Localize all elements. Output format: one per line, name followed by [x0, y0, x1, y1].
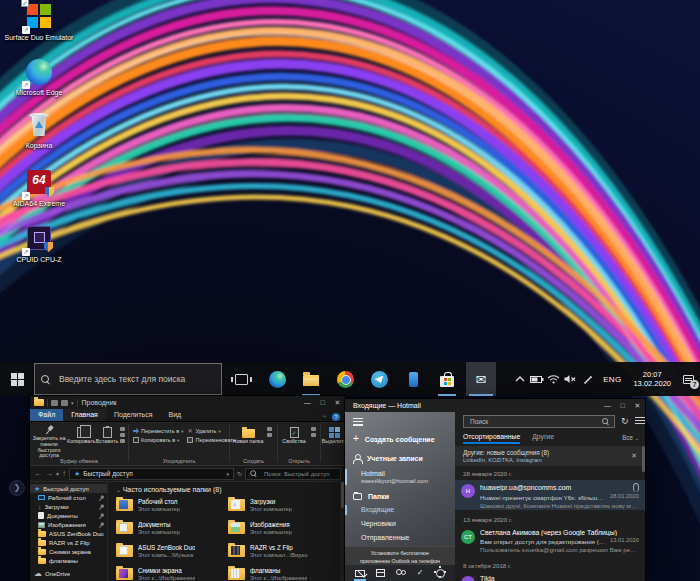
folder-tile[interactable]: ASUS ZenBook DuoЭтот компь...\Музыка [116, 542, 228, 564]
folder-drafts[interactable]: Черновики [345, 517, 455, 531]
wifi-icon[interactable] [545, 362, 562, 396]
desktop-icon-cpu-z[interactable]: ↗ CPUID CPU-Z [4, 224, 74, 264]
move-to-button[interactable]: Переместить в▾ [133, 428, 183, 434]
mail-search-input[interactable] [468, 417, 601, 426]
hamburger-menu-icon[interactable] [353, 418, 363, 426]
message-row[interactable]: СТ Светлана Акимова (через Google Таблиц… [455, 526, 645, 556]
minimize-button[interactable]: — [300, 396, 315, 409]
paste-button[interactable]: Вставить [96, 424, 119, 458]
new-item-mini-buttons[interactable] [265, 424, 274, 458]
start-button[interactable] [0, 362, 34, 396]
folders-header[interactable]: Папки [345, 493, 455, 500]
desktop-icon-aida64[interactable]: 64 ↗ AIDA64 Extreme [4, 168, 74, 208]
close-button[interactable]: ✕ [330, 396, 345, 409]
collapse-ribbon-icon[interactable]: ⌃ [322, 414, 327, 421]
folder-tile[interactable]: ДокументыЭтот компьютер [116, 519, 228, 541]
search-input[interactable] [57, 373, 215, 385]
tab-view[interactable]: Вид [161, 408, 190, 421]
up-button[interactable]: ↑ [62, 470, 66, 478]
desktop-icon-microsoft-edge[interactable]: ↗ Microsoft Edge [4, 58, 74, 97]
folder-tile[interactable]: RAZR vs Z FlipЭтот компьют...\Видео [228, 542, 340, 564]
forward-button[interactable]: → [45, 470, 53, 478]
copy-to-button[interactable]: Копировать в▾ [133, 437, 183, 443]
maximize-button[interactable]: □ [615, 399, 630, 412]
close-icon[interactable]: ✕ [631, 452, 637, 460]
sidebar-item-desktop[interactable]: Рабочий стол [30, 493, 107, 502]
sidebar-item-documents[interactable]: Документы [30, 511, 107, 520]
maximize-button[interactable]: □ [315, 396, 330, 409]
message-row[interactable]: H huaweipr.ua@spncomms.com Huawei презен… [455, 480, 645, 510]
folder-tile[interactable]: Рабочий столЭтот компьютер [116, 496, 228, 518]
rename-button[interactable]: Переименовать [187, 437, 235, 443]
qat-icon[interactable] [61, 400, 68, 406]
sidebar-item-pictures[interactable]: Изображения [30, 520, 107, 529]
sidebar-item-quick-access[interactable]: ★Быстрый доступ [30, 484, 107, 493]
taskbar-edge-button[interactable] [262, 362, 292, 396]
clipboard-mini-buttons[interactable] [118, 424, 127, 458]
select-button[interactable]: Выделить [322, 424, 346, 458]
refresh-button[interactable]: ↻ [237, 471, 242, 477]
taskbar-search[interactable] [34, 363, 222, 395]
folder-tile[interactable]: ИзображенияЭтот компьютер [228, 519, 340, 541]
mail-search[interactable] [463, 415, 615, 428]
action-center-button[interactable]: 7 [676, 362, 700, 396]
battery-icon[interactable] [528, 362, 545, 396]
other-messages-banner[interactable]: Другие: новые сообщения (8) LinkedIn, KO… [455, 446, 645, 466]
copy-button[interactable]: Копировать [67, 424, 96, 458]
new-folder-button[interactable]: Новая папка [231, 424, 265, 458]
explorer-search[interactable] [245, 468, 341, 480]
chevron-down-icon[interactable]: ▾ [71, 400, 74, 406]
calendar-nav-button[interactable] [373, 565, 387, 581]
language-indicator[interactable]: ENG [596, 375, 628, 384]
outlook-promo-banner[interactable]: Установите бесплатное приложение Outlook… [345, 546, 455, 565]
message-row[interactable]: T Tilda [455, 572, 645, 581]
people-nav-button[interactable] [393, 565, 407, 581]
folder-tile[interactable]: ЗагрузкиЭтот компьютер [228, 496, 340, 518]
taskbar-chrome-button[interactable] [330, 362, 360, 396]
properties-button[interactable]: ✓ Свойства [279, 424, 309, 458]
desktop-icon-recycle-bin[interactable]: Корзина [4, 110, 74, 150]
accounts-header[interactable]: Учетные записи [345, 454, 455, 462]
tab-share[interactable]: Поделиться [106, 408, 161, 421]
sidebar-item-folder[interactable]: Снимки экрана [30, 547, 107, 556]
open-mini-buttons[interactable] [309, 424, 318, 458]
pin-to-quick-access-button[interactable]: Закрепить на панели быстрого доступа [31, 424, 67, 458]
mail-titlebar[interactable]: Входящие — Hotmail — □ ✕ [345, 399, 645, 412]
clock[interactable]: 20:07 13.02.2020 [628, 370, 676, 389]
explorer-titlebar[interactable]: ▾ Проводник — □ ✕ [30, 396, 345, 409]
tray-chevron-up-icon[interactable] [511, 362, 528, 396]
section-frequent-folders[interactable]: Часто используемые папки (8) [116, 486, 337, 493]
address-field[interactable]: ★ Быстрый доступ ▾ [69, 468, 234, 480]
tab-focused[interactable]: Отсортированные [463, 431, 520, 444]
task-view-button[interactable] [226, 362, 256, 396]
help-icon[interactable]: ? [332, 413, 340, 421]
taskbar-phone-button[interactable] [398, 362, 428, 396]
back-button[interactable]: ← [34, 470, 42, 478]
folder-tile[interactable]: Снимки экранаЭтот к...\Изображения [116, 565, 228, 581]
compose-button[interactable]: + Создать сообщение [345, 434, 455, 444]
delete-button[interactable]: Удалить▾ [187, 428, 235, 434]
tab-home[interactable]: Главная [63, 408, 106, 421]
sidebar-item-onedrive[interactable]: ☁OneDrive [30, 569, 107, 578]
pen-icon[interactable] [579, 362, 596, 396]
volume-muted-icon[interactable] [562, 362, 579, 396]
sync-button[interactable]: ↻ [621, 417, 629, 426]
settings-nav-button[interactable] [433, 565, 447, 581]
account-hotmail[interactable]: Hotmail sweetlikyuri@hotmail.com [345, 468, 455, 486]
sidebar-item-folder[interactable]: флагманы [30, 556, 107, 565]
filter-dropdown[interactable]: Все ⌄ [622, 434, 639, 441]
screenpad-toggle-button[interactable]: ❯ [9, 480, 25, 496]
close-button[interactable]: ✕ [630, 399, 645, 412]
explorer-search-input[interactable] [262, 470, 337, 478]
folder-sent[interactable]: Отправленные [345, 531, 455, 545]
taskbar-mail-button[interactable]: ✉ [466, 362, 496, 396]
scrollbar[interactable] [642, 446, 645, 472]
folder-tile[interactable]: флагманыЭтот к...\Изображения [228, 565, 340, 581]
selection-mode-button[interactable] [635, 417, 645, 426]
address-dropdown-icon[interactable]: ▾ [226, 471, 229, 477]
desktop-icon-surface-duo-emulator[interactable]: ✓ ↗ Surface Duo Emulator [4, 2, 74, 42]
tab-other[interactable]: Другие [532, 431, 554, 444]
sidebar-item-downloads[interactable]: ↓Загрузки [30, 502, 107, 511]
minimize-button[interactable]: — [600, 399, 615, 412]
mail-nav-button[interactable] [353, 565, 367, 581]
